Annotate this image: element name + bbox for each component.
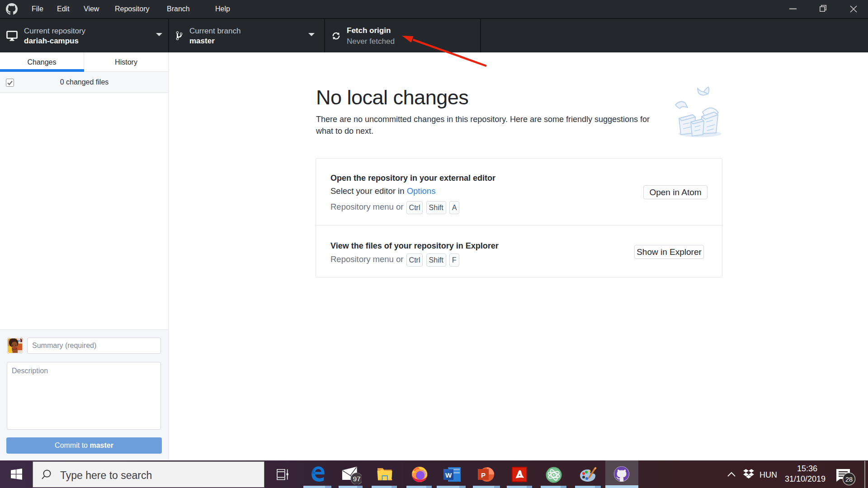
svg-text:97: 97 xyxy=(353,475,360,483)
svg-text:28: 28 xyxy=(845,476,853,483)
svg-text:W: W xyxy=(445,471,452,479)
svg-text:P: P xyxy=(481,471,486,479)
